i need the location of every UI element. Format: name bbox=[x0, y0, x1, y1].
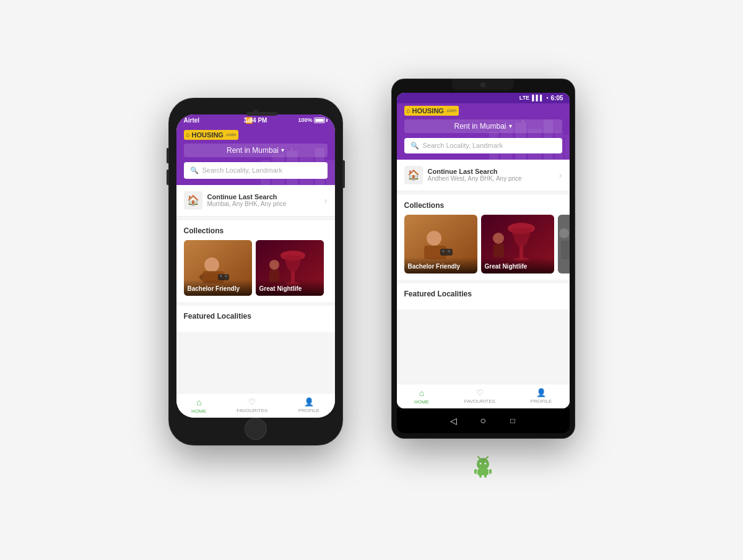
svg-rect-48 bbox=[561, 241, 570, 259]
svg-point-50 bbox=[480, 462, 482, 464]
ios-city-selector[interactable]: Rent in Mumbai ▾ bbox=[184, 144, 328, 157]
android-featured-section: Featured Localities bbox=[397, 283, 570, 309]
android-nav-favourites[interactable]: ♡ FAVOURITES bbox=[464, 388, 495, 404]
android-home-icon[interactable]: ○ bbox=[477, 415, 489, 426]
android-continue-chevron-icon: › bbox=[559, 170, 562, 180]
ios-featured-title: Featured Localities bbox=[184, 312, 328, 321]
continue-texts: Continue Last Search Mumbai, Any BHK, An… bbox=[207, 193, 319, 207]
android-third-partial-svg bbox=[558, 215, 570, 274]
ios-status-bar: Airtel 📶 3:04 PM 100% bbox=[176, 114, 335, 126]
android-camera-icon bbox=[480, 82, 485, 87]
svg-rect-5 bbox=[326, 160, 335, 185]
android-nav-profile[interactable]: 👤 PROFILE bbox=[531, 388, 552, 404]
ios-collections-title: Collections bbox=[184, 226, 328, 235]
android-city-selector[interactable]: Rent in Mumbai ▾ bbox=[404, 119, 562, 133]
ios-featured-section: Featured Localities bbox=[176, 306, 335, 332]
search-icon: 🔍 bbox=[190, 166, 199, 174]
android-nav-home[interactable]: ⌂ HOME bbox=[414, 388, 429, 405]
android-back-icon[interactable]: ◁ bbox=[448, 415, 459, 426]
android-collection-third-partial[interactable] bbox=[558, 215, 570, 274]
ios-device: Airtel 📶 3:04 PM 100% bbox=[169, 98, 342, 445]
svg-point-16 bbox=[225, 275, 227, 277]
heart-nav-icon: ♡ bbox=[248, 397, 256, 407]
continue-search-icon: 🏠 bbox=[184, 191, 202, 210]
android-search-bar[interactable]: 🔍 Search Locality, Landmark bbox=[404, 138, 562, 153]
svg-rect-57 bbox=[479, 474, 482, 478]
android-continue-title: Continue Last Search bbox=[428, 168, 554, 175]
ios-phone-wrapper: Airtel 📶 3:04 PM 100% bbox=[169, 98, 342, 462]
battery-body bbox=[314, 118, 325, 123]
carrier-label: Airtel bbox=[184, 117, 200, 124]
android-collections-section: Collections bbox=[397, 195, 570, 280]
housing-logo-text: HOUSING bbox=[192, 131, 224, 139]
android-city-dropdown-icon: ▾ bbox=[509, 123, 512, 129]
ios-home-button[interactable] bbox=[245, 418, 267, 440]
city-dropdown-icon: ▾ bbox=[281, 147, 284, 153]
android-phone-wrapper: LTE ▌▌▌ ▪ 6:05 bbox=[392, 79, 575, 481]
battery-percent: 100% bbox=[298, 117, 312, 123]
ios-content-area: 🏠 Continue Last Search Mumbai, Any BHK, … bbox=[176, 185, 335, 393]
ios-continue-search[interactable]: 🏠 Continue Last Search Mumbai, Any BHK, … bbox=[176, 185, 335, 217]
android-search-placeholder: Search Locality, Landmark bbox=[423, 142, 503, 149]
ios-search-bar[interactable]: 🔍 Search Locality, Landmark bbox=[184, 162, 328, 179]
ios-collection-bachelor[interactable]: Bachelor Friendly bbox=[184, 240, 252, 296]
ios-collection-nightlife[interactable]: Great Nightlife bbox=[256, 240, 324, 296]
android-continue-search[interactable]: 🏠 Continue Last Search Andheri West, Any… bbox=[397, 160, 570, 191]
android-home-nav-icon: ⌂ bbox=[419, 388, 424, 398]
android-continue-subtitle: Andheri West, Any BHK, Any price bbox=[428, 175, 554, 182]
android-nightlife-label: Great Nightlife bbox=[485, 263, 528, 270]
android-logo-svg bbox=[471, 455, 495, 479]
continue-chevron-icon: › bbox=[324, 196, 328, 205]
svg-line-52 bbox=[478, 457, 480, 459]
svg-point-12 bbox=[204, 257, 219, 272]
ios-header: ⌂ HOUSING .com Rent in Mumbai ▾ 🔍 Search… bbox=[176, 126, 335, 185]
ios-bottom-nav: ⌂ HOME ♡ FAVOURITES 👤 PROFILE bbox=[176, 393, 335, 418]
svg-point-38 bbox=[442, 250, 445, 252]
ios-screen: Airtel 📶 3:04 PM 100% bbox=[176, 114, 335, 418]
android-housing-logo-text: HOUSING bbox=[412, 107, 444, 114]
ios-nav-favourites[interactable]: ♡ FAVOURITES bbox=[237, 397, 267, 413]
svg-line-53 bbox=[486, 457, 488, 459]
ios-search-placeholder: Search Locality, Landmark bbox=[202, 166, 282, 174]
android-city-label: Rent in Mumbai bbox=[454, 122, 506, 131]
svg-point-51 bbox=[485, 462, 487, 464]
android-wifi-bars-icon: ▌▌▌ bbox=[532, 95, 544, 101]
house-icon: ⌂ bbox=[186, 131, 190, 138]
nightlife-overlay: Great Nightlife bbox=[256, 280, 324, 296]
continue-title: Continue Last Search bbox=[207, 193, 319, 200]
ios-battery: 100% bbox=[298, 117, 327, 123]
ios-app-screen: Airtel 📶 3:04 PM 100% bbox=[176, 114, 335, 418]
volume-down-button bbox=[167, 170, 169, 185]
person-nav-icon: 👤 bbox=[304, 397, 314, 407]
android-search-icon: 🔍 bbox=[411, 142, 419, 150]
android-bachelor-label: Bachelor Friendly bbox=[408, 263, 460, 270]
android-battery-icon: ▪ bbox=[546, 95, 548, 101]
ios-time: 3:04 PM bbox=[244, 117, 267, 124]
android-logo-row: ⌂ HOUSING .com bbox=[404, 106, 562, 116]
android-app-screen: LTE ▌▌▌ ▪ 6:05 bbox=[397, 93, 570, 408]
ios-nightlife-label: Great Nightlife bbox=[259, 285, 302, 292]
android-collection-nightlife[interactable]: Great Nightlife bbox=[481, 215, 554, 274]
svg-rect-29 bbox=[565, 135, 570, 160]
svg-point-47 bbox=[559, 228, 569, 238]
android-recents-icon[interactable]: □ bbox=[507, 415, 518, 426]
ios-nav-home[interactable]: ⌂ HOME bbox=[191, 397, 206, 414]
ios-home-label: HOME bbox=[191, 408, 206, 414]
svg-point-35 bbox=[427, 231, 441, 246]
ios-nav-profile[interactable]: 👤 PROFILE bbox=[298, 397, 319, 413]
svg-point-39 bbox=[448, 250, 450, 252]
android-featured-title: Featured Localities bbox=[404, 290, 562, 298]
android-logo bbox=[471, 455, 495, 481]
svg-point-49 bbox=[477, 458, 489, 470]
svg-rect-56 bbox=[489, 469, 492, 474]
svg-rect-45 bbox=[493, 244, 504, 257]
volume-up-button bbox=[167, 148, 169, 163]
bachelor-overlay: Bachelor Friendly bbox=[184, 280, 252, 296]
ios-logo-row: ⌂ HOUSING .com bbox=[184, 130, 328, 140]
svg-rect-55 bbox=[474, 469, 477, 474]
ios-bachelor-label: Bachelor Friendly bbox=[188, 285, 240, 292]
android-continue-icon: 🏠 bbox=[404, 166, 423, 184]
city-label: Rent in Mumbai bbox=[227, 146, 279, 155]
svg-text:🏠: 🏠 bbox=[187, 194, 199, 206]
android-collection-bachelor[interactable]: Bachelor Friendly bbox=[404, 215, 477, 274]
